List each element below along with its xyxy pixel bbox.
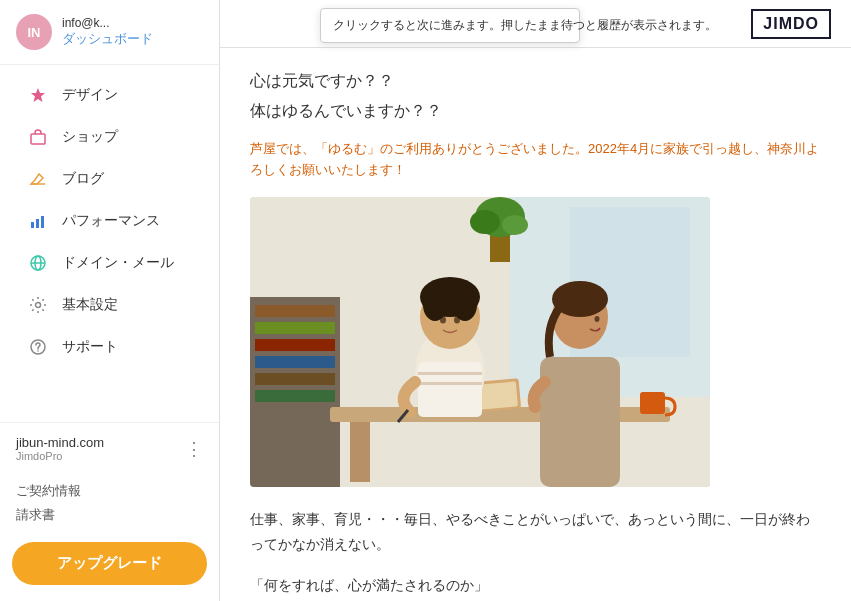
svg-rect-46: [640, 392, 665, 414]
svg-rect-4: [36, 219, 39, 228]
content-body-text: 仕事、家事、育児・・・毎日、やるべきことがいっぱいで、あっという間に、一日が終わ…: [250, 507, 821, 557]
sidebar: IN info@k... ダッシュボード デザイン ショップ: [0, 0, 220, 601]
settings-icon: [28, 295, 48, 315]
content-quote1: 「何をすれば、心が満たされるのか」: [250, 573, 821, 598]
blog-icon: [28, 169, 48, 189]
content-description: 芦屋では、「ゆるむ」のご利用ありがとうございました。2022年4月に家族で引っ越…: [250, 139, 821, 181]
sidebar-item-support[interactable]: サポート: [8, 327, 211, 367]
svg-rect-21: [255, 390, 335, 402]
design-icon: [28, 85, 48, 105]
upgrade-button[interactable]: アップグレード: [12, 542, 207, 585]
svg-rect-32: [418, 362, 482, 417]
site-info-text: jibun-mind.com JimdoPro: [16, 435, 104, 462]
svg-point-38: [453, 289, 477, 321]
svg-rect-42: [540, 357, 620, 487]
billing-link[interactable]: 請求書: [16, 506, 203, 524]
content-heading2: 体はゆるんでいますか？？: [250, 98, 821, 124]
tooltip-text: クリックすると次に進みます。押したまま待つと履歴が表示されます。: [333, 18, 717, 32]
site-info: jibun-mind.com JimdoPro ⋮: [0, 422, 219, 474]
site-options-button[interactable]: ⋮: [185, 440, 203, 458]
svg-point-9: [36, 303, 41, 308]
svg-point-24: [470, 210, 500, 234]
website-content: 心は元気ですか？？ 体はゆるんでいますか？？ 芦屋では、「ゆるむ」のご利用ありが…: [220, 48, 851, 601]
sidebar-item-settings-label: 基本設定: [62, 296, 118, 314]
content-heading1: 心は元気ですか？？: [250, 68, 821, 94]
site-domain: jibun-mind.com: [16, 435, 104, 450]
avatar: IN: [16, 14, 52, 50]
content-heading-block: 心は元気ですか？？ 体はゆるんでいますか？？: [250, 68, 821, 123]
sidebar-item-design[interactable]: デザイン: [8, 75, 211, 115]
sidebar-item-performance[interactable]: パフォーマンス: [8, 201, 211, 241]
main-content: クリックすると次に進みます。押したまま待つと履歴が表示されます。 JIMDO 心…: [220, 0, 851, 601]
sidebar-item-shop[interactable]: ショップ: [8, 117, 211, 157]
site-plan: JimdoPro: [16, 450, 104, 462]
svg-rect-19: [255, 356, 335, 368]
domain-icon: [28, 253, 48, 273]
sidebar-item-blog[interactable]: ブログ: [8, 159, 211, 199]
shop-icon: [28, 127, 48, 147]
content-image-block: [250, 197, 821, 487]
sidebar-item-domain-label: ドメイン・メール: [62, 254, 174, 272]
svg-point-45: [595, 316, 600, 322]
sidebar-header: IN info@k... ダッシュボード: [0, 0, 219, 65]
sidebar-item-support-label: サポート: [62, 338, 118, 356]
sidebar-links: ご契約情報 請求書: [0, 474, 219, 532]
sidebar-item-domain[interactable]: ドメイン・メール: [8, 243, 211, 283]
svg-rect-27: [350, 422, 370, 482]
svg-rect-0: [31, 134, 45, 144]
svg-rect-5: [41, 216, 44, 228]
sidebar-nav: デザイン ショップ ブログ: [0, 65, 219, 422]
sidebar-item-performance-label: パフォーマンス: [62, 212, 160, 230]
contract-link[interactable]: ご契約情報: [16, 482, 203, 500]
sidebar-item-blog-label: ブログ: [62, 170, 104, 188]
svg-rect-18: [255, 339, 335, 351]
svg-rect-3: [31, 222, 34, 228]
svg-point-37: [423, 289, 447, 321]
svg-rect-33: [418, 372, 482, 375]
jimdo-logo: JIMDO: [751, 9, 831, 39]
user-email: info@k...: [62, 16, 153, 30]
svg-rect-16: [255, 305, 335, 317]
svg-marker-1: [31, 174, 43, 184]
svg-point-39: [440, 316, 446, 323]
content-image: [250, 197, 710, 487]
svg-point-11: [37, 350, 39, 352]
sidebar-item-design-label: デザイン: [62, 86, 118, 104]
svg-point-25: [502, 215, 528, 235]
svg-rect-20: [255, 373, 335, 385]
performance-icon: [28, 211, 48, 231]
user-info: info@k... ダッシュボード: [62, 16, 153, 48]
content-quote: 「何をすれば、心が満たされるのか」 「どうすれば、うまくいくのか」: [250, 573, 821, 601]
sidebar-item-settings[interactable]: 基本設定: [8, 285, 211, 325]
svg-rect-34: [418, 382, 482, 385]
svg-rect-17: [255, 322, 335, 334]
tooltip-popup: クリックすると次に進みます。押したまま待つと履歴が表示されます。: [320, 8, 580, 43]
sidebar-item-shop-label: ショップ: [62, 128, 118, 146]
dashboard-link[interactable]: ダッシュボード: [62, 30, 153, 48]
support-icon: [28, 337, 48, 357]
svg-point-40: [454, 316, 460, 323]
